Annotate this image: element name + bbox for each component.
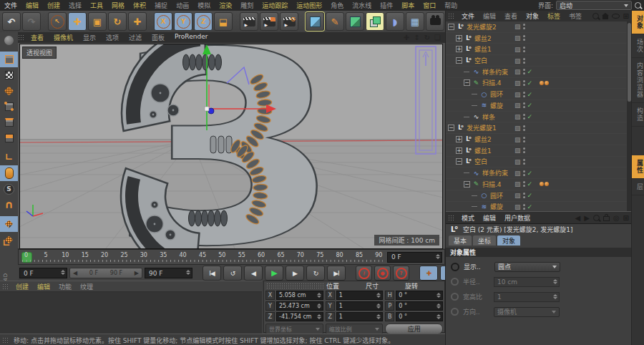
expand-icon[interactable]: + bbox=[456, 136, 462, 142]
points-mode-button[interactable] bbox=[0, 99, 18, 115]
menu-捕捉[interactable]: 捕捉 bbox=[150, 1, 172, 10]
expand-icon[interactable]: + bbox=[456, 35, 462, 42]
visibility-dots-icon[interactable] bbox=[523, 193, 525, 198]
tree-item-螺丝1[interactable]: +L⁰螺丝1▨ bbox=[446, 145, 627, 157]
collapse-icon[interactable]: − bbox=[464, 79, 470, 86]
tree-item-螺丝2[interactable]: +L⁰螺丝2▨ bbox=[446, 33, 627, 44]
viewport-canvas[interactable]: 3 bbox=[19, 44, 443, 249]
record-position-toggle[interactable]: ✚ bbox=[419, 266, 438, 281]
tab-坐标[interactable]: 坐标 bbox=[473, 235, 496, 246]
primitive-cube-menu[interactable] bbox=[306, 12, 324, 31]
goto-end-button[interactable]: ▶I bbox=[327, 266, 346, 281]
object-manager-menu-编辑[interactable]: 编辑 bbox=[479, 11, 500, 21]
object-manager-menu-查看[interactable]: 查看 bbox=[500, 11, 522, 21]
home-icon[interactable] bbox=[602, 16, 608, 19]
viewport-menu-显示[interactable]: 显示 bbox=[78, 33, 101, 42]
visibility-dots-icon[interactable] bbox=[523, 181, 525, 187]
lock-icon[interactable] bbox=[603, 216, 610, 221]
coord-field-位置-X[interactable]: 5.058 cm bbox=[276, 291, 323, 300]
tree-item-圆环[interactable]: ○圆环▨✓ bbox=[446, 89, 627, 100]
layer-color-icon[interactable]: ▨ bbox=[514, 125, 521, 132]
tree-item-螺旋[interactable]: ≋螺旋▨✓ bbox=[446, 202, 627, 212]
new-panel-icon[interactable]: ⊞ bbox=[623, 12, 629, 20]
viewport[interactable]: 3 bbox=[18, 43, 445, 248]
prev-frame-button[interactable]: ◀ bbox=[244, 266, 263, 281]
spinner-icon[interactable] bbox=[553, 294, 557, 299]
toggle-view-icon[interactable]: ❏ bbox=[434, 34, 441, 42]
history-forward-icon[interactable]: ▶ bbox=[584, 214, 590, 222]
expand-icon[interactable]: + bbox=[456, 147, 462, 154]
layer-color-icon[interactable]: ▨ bbox=[514, 136, 521, 143]
tree-item-扫描.4[interactable]: −✎扫描.4▨✓ bbox=[446, 179, 627, 190]
spinner-icon[interactable] bbox=[376, 314, 381, 319]
make-editable-button[interactable] bbox=[0, 32, 18, 48]
expand-icon[interactable]: + bbox=[456, 46, 462, 52]
enabled-check-icon[interactable]: ✓ bbox=[527, 79, 535, 87]
enabled-check-icon[interactable]: ✓ bbox=[527, 102, 535, 109]
collapse-icon[interactable]: − bbox=[448, 24, 454, 30]
layer-color-icon[interactable]: ▨ bbox=[514, 79, 521, 87]
visibility-dots-icon[interactable] bbox=[523, 204, 525, 210]
menu-创建[interactable]: 创建 bbox=[43, 1, 64, 10]
edges-mode-button[interactable] bbox=[0, 115, 18, 130]
object-tags[interactable] bbox=[540, 81, 549, 85]
model-mode-button[interactable] bbox=[0, 52, 18, 67]
visibility-filter-icon[interactable] bbox=[612, 14, 620, 19]
end-frame-field[interactable]: 90 F bbox=[145, 268, 192, 278]
goto-prev-key-button[interactable]: ↺ bbox=[223, 266, 242, 281]
keyframe-dot-icon[interactable] bbox=[451, 278, 459, 286]
object-manager-menu-对象[interactable]: 对象 bbox=[522, 11, 543, 21]
property-select-显示..[interactable]: 圆点 bbox=[494, 262, 560, 272]
coord-field-位置-Y[interactable]: 25.473 cm bbox=[276, 301, 323, 311]
viewport-menu-面板[interactable]: 面板 bbox=[147, 33, 170, 42]
enabled-check-icon[interactable]: ✓ bbox=[527, 68, 535, 75]
spinner-icon[interactable] bbox=[436, 293, 441, 298]
timeline-ruler[interactable]: 051015202530354045505560657075808590 bbox=[21, 251, 384, 263]
tree-item-发光螺旋1[interactable]: −L⁰发光螺旋1▨ bbox=[446, 122, 627, 134]
menu-脚本[interactable]: 脚本 bbox=[397, 1, 419, 10]
spinner-icon[interactable] bbox=[436, 314, 441, 319]
current-frame-field[interactable]: 0 F bbox=[387, 252, 442, 263]
rotate-view-icon[interactable]: ↻ bbox=[424, 34, 430, 42]
menu-动画[interactable]: 动画 bbox=[172, 1, 193, 10]
menu-体积[interactable]: 体积 bbox=[129, 1, 150, 10]
coord-field-旋转-B[interactable]: 0 ° bbox=[396, 312, 443, 321]
spinner-icon[interactable] bbox=[317, 303, 321, 308]
enabled-check-icon[interactable]: ✓ bbox=[527, 91, 535, 98]
visibility-dots-icon[interactable] bbox=[523, 92, 525, 97]
next-frame-button[interactable]: ▶ bbox=[286, 266, 304, 281]
keyframe-dot-icon[interactable] bbox=[451, 293, 459, 301]
menu-网格[interactable]: 网格 bbox=[107, 1, 129, 10]
floor-menu[interactable]: ▦ bbox=[406, 12, 424, 31]
coord-select-缩放比例[interactable]: 缩放比例 bbox=[326, 324, 384, 334]
layer-color-icon[interactable]: ▨ bbox=[514, 34, 521, 42]
live-selection-tool[interactable]: ↖ bbox=[48, 12, 67, 31]
spinner-icon[interactable] bbox=[553, 279, 557, 284]
layer-color-icon[interactable]: ▨ bbox=[514, 113, 521, 120]
tag-sphere-icon[interactable] bbox=[540, 81, 544, 85]
layer-color-icon[interactable]: ▨ bbox=[514, 91, 521, 98]
keyframe-selection-button[interactable]: ? bbox=[393, 266, 409, 281]
coord-field-尺寸-Z[interactable]: 1 bbox=[336, 312, 384, 321]
render-picture-viewer-button[interactable] bbox=[260, 12, 278, 31]
layer-color-icon[interactable]: ▨ bbox=[514, 147, 521, 154]
enabled-check-icon[interactable]: ✓ bbox=[527, 170, 535, 177]
tree-item-样条[interactable]: ∿样条▨✓ bbox=[446, 112, 627, 123]
panel-grip-icon[interactable] bbox=[448, 13, 454, 19]
menu-插件[interactable]: 插件 bbox=[376, 1, 397, 10]
spinner-icon[interactable] bbox=[186, 270, 190, 275]
undo-button[interactable]: ↶ bbox=[2, 12, 21, 31]
goto-next-key-button[interactable]: ↻ bbox=[306, 266, 325, 281]
attribute-menu-模式[interactable]: 模式 bbox=[457, 213, 479, 223]
autokeying-button[interactable]: ● bbox=[374, 266, 391, 281]
render-view-button[interactable] bbox=[240, 12, 258, 31]
layer-color-icon[interactable]: ▨ bbox=[514, 170, 521, 177]
play-forward-button[interactable]: ▶ bbox=[265, 266, 283, 281]
spinner-icon[interactable] bbox=[317, 293, 321, 298]
history-back-icon[interactable]: ◀ bbox=[575, 214, 580, 222]
frame-range-slider[interactable]: ◀ 0 F 90 F ▶ bbox=[69, 268, 142, 278]
tree-item-螺丝1[interactable]: +L⁰螺丝1▨ bbox=[446, 44, 627, 55]
object-manager-menu-文件[interactable]: 文件 bbox=[457, 11, 479, 21]
layer-color-icon[interactable]: ▨ bbox=[514, 192, 521, 199]
coord-select-世界坐标[interactable]: 世界坐标 bbox=[265, 324, 323, 334]
